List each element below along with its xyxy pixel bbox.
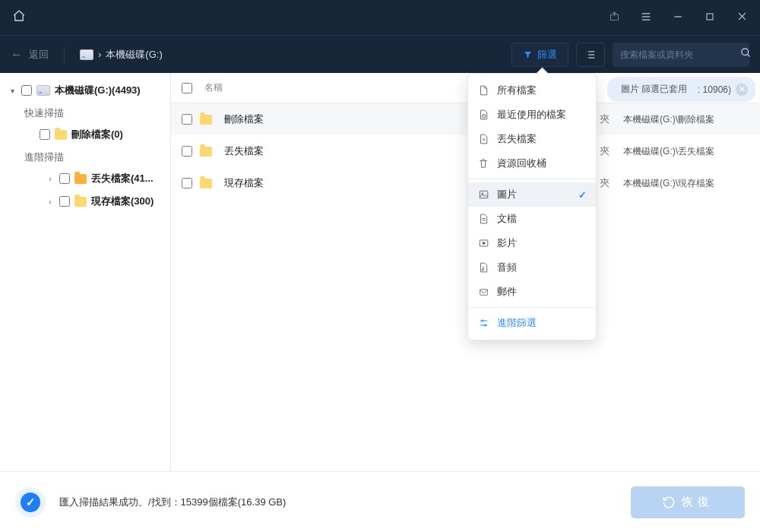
row-checkbox[interactable]	[182, 146, 192, 157]
share-icon[interactable]	[603, 11, 625, 24]
dropdown-label: 資源回收桶	[497, 157, 546, 170]
filter-label: 篩選	[537, 48, 557, 62]
tree-item-label: 刪除檔案(0)	[71, 128, 123, 141]
back-button[interactable]: ← 返回	[11, 48, 49, 62]
chevron-right-icon[interactable]: ›	[46, 198, 55, 206]
table-row[interactable]: 刪除檔案 夾 本機磁碟(G:)\刪除檔案	[171, 103, 760, 135]
svg-point-14	[742, 49, 749, 55]
table-row[interactable]: 現存檔案 夾 本機磁碟(G:)\現存檔案	[171, 167, 760, 199]
tree-item-deleted[interactable]: 刪除檔案(0)	[3, 123, 167, 146]
lost-file-icon	[477, 133, 489, 145]
row-path: 本機磁碟(G:)\丟失檔案	[623, 145, 760, 158]
sidebar: ▾ 本機磁碟(G:)(4493) 快速掃描 刪除檔案(0) 進階掃描 › 丟失檔…	[0, 73, 171, 471]
tree-section-quick: 快速掃描	[3, 102, 167, 123]
restore-icon	[662, 496, 676, 509]
dropdown-item-all[interactable]: 所有檔案	[468, 78, 596, 103]
back-label: 返回	[29, 48, 49, 62]
dropdown-label: 所有檔案	[497, 84, 537, 97]
video-icon	[477, 237, 489, 249]
tree-item-checkbox[interactable]	[59, 173, 70, 184]
folder-icon	[74, 197, 87, 207]
dropdown-separator	[468, 307, 596, 308]
folder-icon	[200, 147, 212, 157]
drive-icon	[80, 49, 93, 60]
dropdown-separator	[468, 179, 596, 179]
filter-chip: 圖片 篩選已套用 : 10906) ✕	[607, 77, 755, 102]
breadcrumb[interactable]: › 本機磁碟(G:)	[80, 48, 163, 62]
tree-item-existing[interactable]: › 現存檔案(300)	[3, 190, 167, 213]
dropdown-label: 圖片	[497, 188, 517, 201]
file-icon	[477, 84, 489, 97]
dropdown-item-document[interactable]: 文檔	[468, 207, 596, 231]
chevron-right-icon[interactable]: ›	[46, 175, 55, 183]
tree-root-label: 本機磁碟(G:)(4493)	[55, 84, 141, 97]
tree-item-lost[interactable]: › 丟失檔案(41...	[3, 167, 167, 190]
folder-icon	[200, 179, 212, 188]
filter-icon	[523, 50, 533, 59]
filter-chip-close[interactable]: ✕	[736, 84, 748, 96]
filter-chip-count: : 10906)	[698, 84, 731, 95]
minimize-button[interactable]	[667, 11, 689, 24]
row-checkbox[interactable]	[182, 178, 192, 188]
home-icon[interactable]	[8, 5, 30, 30]
svg-point-26	[481, 320, 483, 321]
close-button[interactable]	[731, 11, 752, 24]
filter-dropdown: 所有檔案 最近使用的檔案 丟失檔案 資源回收桶 圖片 ✓ 文	[467, 73, 597, 340]
dropdown-label: 最近使用的檔案	[497, 108, 566, 122]
dropdown-item-advanced[interactable]: 進階篩選	[468, 311, 596, 335]
file-list: 名稱 大小 圖片 篩選已套用 : 10906) ✕ 刪除檔案 夾 本機磁碟(G:…	[171, 73, 760, 471]
svg-point-22	[482, 269, 483, 271]
view-toggle-button[interactable]	[576, 43, 605, 67]
breadcrumb-sep: ›	[98, 49, 101, 60]
select-all-checkbox[interactable]	[182, 83, 192, 93]
search-box[interactable]	[613, 43, 749, 67]
dropdown-item-mail[interactable]: 郵件	[468, 280, 596, 304]
tree-section-deep: 進階掃描	[3, 146, 167, 167]
mail-icon	[477, 286, 489, 298]
footer-message: 匯入掃描結果成功。/找到：15399個檔案(16.39 GB)	[59, 496, 286, 509]
folder-icon	[55, 130, 67, 140]
dropdown-label: 音頻	[497, 261, 517, 274]
tree-item-checkbox[interactable]	[40, 129, 50, 140]
svg-point-27	[484, 325, 486, 326]
arrow-left-icon: ←	[11, 48, 23, 62]
main-area: ▾ 本機磁碟(G:)(4493) 快速掃描 刪除檔案(0) 進階掃描 › 丟失檔…	[0, 73, 760, 471]
menu-icon[interactable]	[635, 11, 657, 24]
dropdown-item-recycle[interactable]: 資源回收桶	[468, 151, 596, 176]
dropdown-label: 丟失檔案	[497, 132, 537, 146]
search-icon[interactable]	[740, 47, 752, 62]
tree-item-label: 丟失檔案(41...	[91, 172, 154, 185]
recover-button[interactable]: 恢復	[631, 486, 745, 518]
row-path: 本機磁碟(G:)\現存檔案	[623, 177, 760, 190]
dropdown-item-video[interactable]: 影片	[468, 231, 596, 255]
svg-line-15	[747, 54, 749, 56]
tree-root-checkbox[interactable]	[21, 85, 32, 96]
drive-icon	[36, 85, 50, 96]
dropdown-label: 文檔	[497, 212, 517, 226]
dropdown-item-image[interactable]: 圖片 ✓	[468, 182, 596, 207]
image-icon	[477, 188, 489, 201]
tree-root[interactable]: ▾ 本機磁碟(G:)(4493)	[3, 79, 167, 102]
chevron-down-icon[interactable]: ▾	[8, 87, 17, 95]
search-input[interactable]	[620, 49, 734, 60]
filter-chip-label: 圖片 篩選已套用	[615, 81, 693, 98]
table-row[interactable]: 丟失檔案 夾 本機磁碟(G:)\丟失檔案	[171, 135, 760, 167]
maximize-button[interactable]	[699, 11, 720, 24]
header-bar: ← 返回 › 本機磁碟(G:) 篩選	[0, 35, 760, 73]
tree-item-label: 現存檔案(300)	[91, 195, 154, 208]
svg-rect-17	[480, 191, 488, 198]
tree-item-checkbox[interactable]	[59, 196, 70, 207]
row-path: 本機磁碟(G:)\刪除檔案	[623, 113, 760, 126]
title-bar	[0, 0, 760, 35]
footer: ✓ 匯入掃描結果成功。/找到：15399個檔案(16.39 GB) 恢復	[0, 471, 760, 532]
row-checkbox[interactable]	[182, 114, 192, 125]
dropdown-label: 影片	[497, 236, 517, 250]
check-icon: ✓	[578, 189, 587, 201]
check-icon: ✓	[21, 492, 40, 512]
breadcrumb-drive: 本機磁碟(G:)	[106, 48, 162, 62]
dropdown-item-recent[interactable]: 最近使用的檔案	[468, 103, 596, 127]
dropdown-item-lost[interactable]: 丟失檔案	[468, 127, 596, 151]
dropdown-item-audio[interactable]: 音頻	[468, 255, 596, 280]
separator	[64, 46, 65, 63]
filter-button[interactable]: 篩選	[511, 43, 568, 67]
